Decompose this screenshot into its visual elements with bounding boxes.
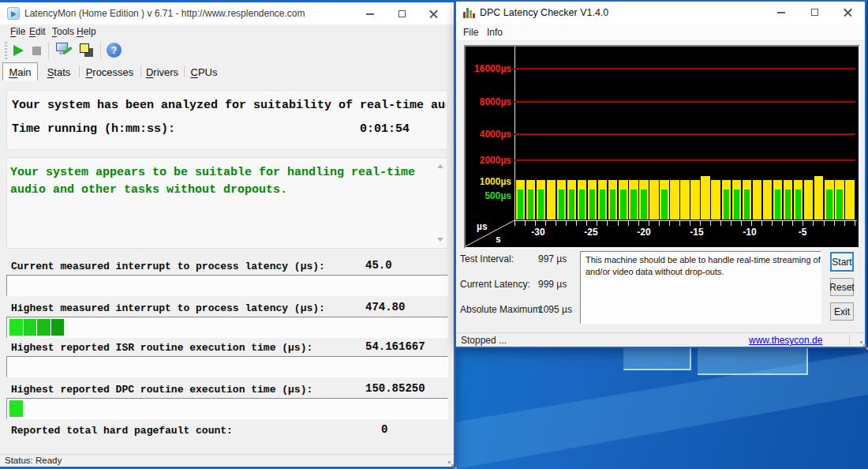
latency-bar (845, 180, 855, 219)
result-message-line: and/or video data without drop-outs. (586, 266, 816, 278)
corner-unit-s: s (496, 234, 501, 245)
menu-file[interactable]: File (10, 26, 25, 37)
latency-bar-green (630, 189, 637, 219)
x-axis-tick (741, 221, 742, 226)
scroll-down-icon[interactable] (437, 238, 443, 242)
meter-segment (51, 319, 65, 336)
menu-edit[interactable]: Edit (29, 26, 46, 37)
latency-bar-green (744, 189, 750, 219)
minimize-button[interactable] (356, 5, 384, 23)
help-icon[interactable]: ? (107, 43, 122, 58)
latency-bar (784, 180, 793, 219)
x-axis-tick (649, 221, 649, 226)
row-label: Highest reported DPC routine execution t… (11, 384, 312, 396)
maximize-button[interactable] (800, 3, 829, 21)
y-axis-label: 4000µs (480, 128, 511, 141)
latency-bar (804, 180, 814, 219)
latency-bar-green (600, 189, 606, 219)
x-axis-tick (731, 221, 731, 226)
analyze-system-icon[interactable] (55, 42, 73, 59)
x-axis-tick (597, 221, 597, 226)
latencymon-app-icon (7, 7, 20, 20)
x-axis-tick (700, 221, 701, 226)
reset-button[interactable]: Reset (830, 278, 854, 296)
latency-bar-green (795, 189, 802, 219)
x-axis-tick (586, 221, 587, 226)
tab-drivers[interactable]: Drivers (141, 64, 183, 81)
toolbar-grip[interactable] (5, 42, 7, 59)
start-monitor-icon[interactable] (13, 45, 24, 56)
meter-segment (9, 400, 23, 417)
window-title: LatencyMon (Home Edition ) v 6.71 - http… (24, 8, 305, 19)
stat-label: Test Interval: (460, 253, 514, 265)
resize-grip[interactable] (860, 341, 862, 343)
latency-bar (567, 180, 577, 219)
tab-cpus[interactable]: CPUs (185, 64, 223, 81)
x-axis-tick (824, 221, 825, 226)
meter-segment (9, 319, 23, 336)
meter-segment (37, 319, 51, 336)
resize-grip[interactable] (448, 461, 451, 463)
latency-meter (6, 398, 448, 419)
minimize-icon (777, 12, 785, 13)
maximize-icon (811, 9, 818, 16)
gridline (514, 159, 855, 161)
dpc-chart: µs s 16000µs8000µs4000µs2000µs1000µs500µ… (464, 45, 860, 249)
x-axis-label: -25 (578, 227, 604, 238)
stop-monitor-icon[interactable] (32, 47, 41, 55)
latency-meter (6, 356, 448, 377)
minimize-button[interactable] (767, 3, 795, 21)
x-axis-tick (659, 221, 660, 226)
exit-button[interactable]: Exit (830, 302, 854, 321)
x-axis-tick (514, 221, 515, 226)
dpc-titlebar[interactable]: DPC Latency Checker V1.4.0 (456, 2, 865, 24)
x-axis-tick (803, 221, 803, 226)
latency-bar-green (579, 189, 586, 219)
latencymon-window: LatencyMon (Home Edition ) v 6.71 - http… (0, 2, 454, 467)
latency-bar (732, 180, 742, 219)
latency-bar-green (589, 189, 596, 219)
close-button[interactable] (419, 5, 447, 23)
row-label: Current measured interrupt to process la… (11, 261, 325, 272)
x-axis-tick (855, 221, 855, 226)
thesycon-link[interactable]: www.thesycon.de (749, 335, 822, 346)
latency-bar (578, 180, 587, 219)
latencymon-statusbar: Status: Ready (0, 454, 454, 467)
x-axis-tick (782, 221, 783, 226)
latency-meter (6, 317, 448, 338)
tab-stats[interactable]: Stats (39, 64, 78, 81)
latency-bar-green (528, 189, 534, 219)
x-axis-tick (813, 221, 814, 226)
tab-main[interactable]: Main (2, 62, 38, 81)
latencymon-titlebar[interactable]: LatencyMon (Home Edition ) v 6.71 - http… (0, 2, 454, 24)
x-axis-label: -20 (630, 227, 657, 238)
x-axis-tick (556, 221, 556, 226)
row-value: 474.80 (365, 301, 405, 313)
menu-file[interactable]: File (463, 27, 478, 38)
copy-report-icon[interactable] (78, 42, 95, 59)
maximize-button[interactable] (387, 5, 416, 23)
close-button[interactable] (833, 3, 862, 21)
desktop-wallpaper-pane (623, 345, 691, 370)
gridline (514, 133, 855, 135)
latency-bar (701, 176, 710, 219)
menu-info[interactable]: Info (487, 27, 503, 38)
menu-help[interactable]: Help (77, 26, 96, 37)
dpc-app-icon (463, 7, 476, 18)
x-axis-tick (690, 221, 690, 226)
start-button[interactable]: Start (830, 252, 854, 272)
latency-bar (526, 180, 536, 219)
x-axis-label: -15 (683, 227, 710, 238)
pagefault-value: 0 (381, 423, 387, 436)
menu-tools[interactable]: Tools (52, 26, 74, 37)
x-axis-label: -30 (525, 227, 552, 238)
time-running-label: Time running (h:mm:ss): (12, 122, 175, 136)
maximize-icon (398, 10, 406, 17)
tab-processes[interactable]: Processes (80, 64, 140, 81)
x-axis-tick (545, 221, 546, 226)
row-value: 54.161667 (365, 340, 425, 353)
y-axis-label: 1000µs (480, 175, 511, 188)
scroll-up-icon[interactable] (437, 164, 443, 168)
pagefault-label: Reported total hard pagefault count: (11, 425, 233, 437)
latency-bar (557, 180, 567, 219)
